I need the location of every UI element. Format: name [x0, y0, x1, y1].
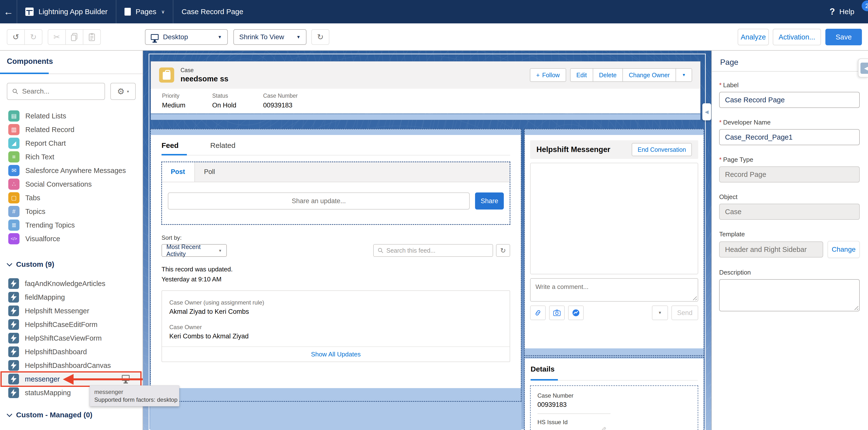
- sidebar-item-faqandknowledgearticles[interactable]: faqAndKnowledgeArticles: [0, 277, 143, 290]
- change-template-button[interactable]: Change: [828, 241, 860, 258]
- custom-managed-section-header[interactable]: Custom - Managed (0): [0, 411, 143, 419]
- messenger-channel-button[interactable]: [568, 306, 584, 320]
- record-detail-fields[interactable]: Case Number 00939183 HS Issue Id ✎ HS Is…: [531, 386, 698, 430]
- help-menu[interactable]: ? Help 2: [830, 0, 868, 23]
- more-actions-button[interactable]: ▼: [676, 68, 692, 82]
- comment-input[interactable]: Write a comment...: [530, 278, 698, 302]
- redo-icon: ↻: [30, 32, 37, 42]
- view-mode-selector[interactable]: Shrink To View ▼: [234, 29, 307, 45]
- sidebar-item-report-chart[interactable]: ◢ Report Chart: [0, 136, 143, 150]
- feed-refresh-button[interactable]: ↻: [496, 244, 510, 257]
- attach-link-button[interactable]: [530, 306, 546, 320]
- paste-button[interactable]: [83, 29, 101, 45]
- standard-components-list: ▤ Related Lists ▥ Related Record ◢ Repor…: [0, 109, 143, 246]
- developer-name-field[interactable]: [719, 129, 860, 145]
- sidebar-column-region[interactable]: Helpshift Messenger End Conversation Wri…: [524, 129, 704, 430]
- lightning-app-builder: ← Lightning App Builder Pages ∨ Case Rec…: [0, 0, 868, 430]
- sort-selector[interactable]: Most Recent Activity ▼: [161, 244, 227, 257]
- sidebar-item-visualforce[interactable]: </> Visualforce: [0, 232, 143, 246]
- highlights-panel-region[interactable]: Case needsome ss + Follow Edit Delete Ch…: [150, 61, 701, 120]
- analyze-button[interactable]: Analyze: [738, 29, 769, 45]
- highlights-panel: Case needsome ss + Follow Edit Delete Ch…: [151, 61, 701, 114]
- share-update-input[interactable]: [168, 192, 470, 210]
- refresh-button[interactable]: ↻: [311, 29, 329, 45]
- undo-icon: ↺: [13, 32, 19, 42]
- send-options-button[interactable]: ▼: [652, 306, 668, 320]
- tab-related[interactable]: Related: [210, 141, 235, 150]
- components-tab[interactable]: Components: [0, 51, 143, 74]
- show-all-updates-link[interactable]: Show All Updates: [311, 350, 361, 358]
- sidebar-item-tabs[interactable]: ▢ Tabs: [0, 191, 143, 205]
- copy-button[interactable]: [65, 29, 83, 45]
- change-owner-button[interactable]: Change Owner: [622, 68, 676, 82]
- edit-button[interactable]: Edit: [570, 68, 593, 82]
- help-icon: ?: [830, 7, 835, 17]
- sidebar-item-helpshiftdashboard[interactable]: HelpshiftDashboard: [0, 345, 143, 359]
- sidebar-item-rich-text[interactable]: ≡ Rich Text: [0, 150, 143, 164]
- sidebar-item-anywhere-messages[interactable]: ✉ Salesforce Anywhere Messages: [0, 164, 143, 177]
- tab-details[interactable]: Details: [531, 365, 698, 373]
- canvas-scroll-button[interactable]: ◀: [702, 103, 711, 120]
- sidebar-item-messenger[interactable]: messenger messenger Supported form facto…: [0, 372, 143, 386]
- feed-search-input[interactable]: [386, 247, 489, 254]
- sidebar-item-related-lists[interactable]: ▤ Related Lists: [0, 109, 143, 123]
- cut-button[interactable]: ✂: [48, 29, 66, 45]
- anywhere-messages-icon: ✉: [8, 165, 20, 176]
- feed-update-time[interactable]: Yesterday at 9:10 AM: [161, 276, 510, 283]
- back-button[interactable]: ←: [0, 0, 17, 23]
- helpshift-messenger-component: Helpshift Messenger End Conversation Wri…: [525, 135, 704, 348]
- dropdown-caret-icon: ▼: [218, 248, 222, 253]
- search-input[interactable]: [22, 88, 100, 95]
- pages-menu[interactable]: Pages ∨: [116, 0, 174, 23]
- settings-dropdown-button[interactable]: ⚙ ▾: [111, 83, 136, 100]
- tab-post[interactable]: Post: [161, 162, 195, 182]
- panel-title: Page: [720, 58, 738, 67]
- main-column-region[interactable]: Feed Related Post Poll Share Sort by:: [150, 129, 521, 430]
- custom-section-header[interactable]: Custom (9): [0, 260, 143, 269]
- sort-by-label: Sort by:: [161, 234, 510, 241]
- required-mark: *: [719, 81, 721, 89]
- sidebar-item-fieldmapping[interactable]: fieldMapping: [0, 290, 143, 304]
- developer-name-field-label: *Developer Name: [719, 119, 860, 126]
- tab-feed[interactable]: Feed: [161, 141, 179, 150]
- sidebar-item-related-record[interactable]: ▥ Related Record: [0, 123, 143, 136]
- resize-handle[interactable]: [692, 296, 697, 300]
- sidebar-item-trending-topics[interactable]: ≣ Trending Topics: [0, 218, 143, 232]
- report-chart-icon: ◢: [8, 137, 20, 149]
- chatter-publisher-component[interactable]: Post Poll Share: [161, 162, 510, 225]
- sidebar-item-helpshift-messenger[interactable]: Helpshift Messenger: [0, 304, 143, 318]
- tab-poll[interactable]: Poll: [195, 162, 224, 182]
- page-type-field: [719, 166, 860, 182]
- follow-button[interactable]: + Follow: [530, 68, 566, 82]
- resize-handle[interactable]: [854, 306, 858, 310]
- description-field[interactable]: [719, 279, 860, 311]
- attach-photo-button[interactable]: [549, 306, 565, 320]
- sidebar-item-helpshiftdashboardcanvas[interactable]: HelpshiftDashboardCanvas: [0, 359, 143, 372]
- delete-button[interactable]: Delete: [593, 68, 623, 82]
- save-button[interactable]: Save: [825, 29, 862, 45]
- share-button[interactable]: Share: [475, 192, 504, 210]
- redo-button[interactable]: ↻: [24, 29, 42, 45]
- collapse-panel-button[interactable]: ◀: [858, 59, 868, 78]
- messenger-tooltip: messenger Supported form factors: deskto…: [90, 386, 179, 406]
- chevron-down-icon: [7, 261, 12, 267]
- lightning-component-icon: [8, 346, 19, 357]
- sidebar-item-topics[interactable]: # Topics: [0, 205, 143, 218]
- sidebar-item-social-conversations[interactable]: ∴ Social Conversations: [0, 177, 143, 191]
- desktop-icon: [151, 34, 159, 40]
- object-field-label: Object: [719, 193, 860, 201]
- send-button[interactable]: Send: [672, 306, 698, 320]
- end-conversation-button[interactable]: End Conversation: [632, 143, 692, 156]
- activation-button[interactable]: Activation...: [773, 29, 821, 45]
- desktop-form-factor-icon: [122, 375, 130, 381]
- device-selector[interactable]: Desktop ▼: [145, 29, 228, 45]
- label-field[interactable]: [719, 92, 860, 108]
- case-number-field: Case Number 00939183: [263, 93, 298, 109]
- sidebar-item-helpshiftcaseviewform[interactable]: HelpShiftCaseViewForm: [0, 331, 143, 345]
- chevron-left-icon: ◀: [861, 63, 868, 74]
- label-field-label: *Label: [719, 81, 860, 89]
- undo-button[interactable]: ↺: [7, 29, 25, 45]
- edit-pencil-icon[interactable]: ✎: [601, 426, 607, 430]
- template-field-label: Template: [719, 231, 860, 238]
- sidebar-item-helpshiftcaseeditform[interactable]: HelpshiftCaseEditForm: [0, 318, 143, 331]
